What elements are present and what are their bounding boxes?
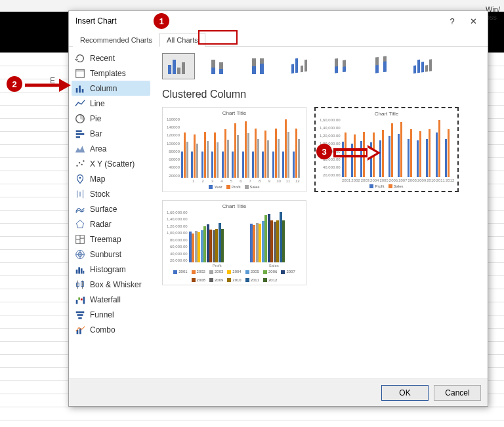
svg-rect-37 xyxy=(83,296,85,304)
stacked-column-icon xyxy=(206,56,232,77)
svg-rect-69 xyxy=(421,62,424,73)
category-column[interactable]: Column xyxy=(72,81,150,96)
subtype-3d-clustered-column[interactable] xyxy=(284,53,317,79)
category-label: Pie xyxy=(90,114,101,123)
category-recent[interactable]: Recent xyxy=(72,51,150,66)
svg-rect-54 xyxy=(260,64,264,74)
callout-3: 3 xyxy=(316,144,332,159)
svg-point-10 xyxy=(79,162,80,163)
category-pie[interactable]: Pie xyxy=(72,111,150,126)
subtype-clustered-column[interactable] xyxy=(162,53,195,79)
pie-icon xyxy=(74,113,86,125)
svg-rect-6 xyxy=(76,130,82,132)
svg-rect-40 xyxy=(78,317,81,319)
chart-previews: Chart Title16000014000012000010000080000… xyxy=(162,107,478,285)
svg-rect-64 xyxy=(375,65,379,73)
stock-icon xyxy=(74,188,86,200)
funnel-icon xyxy=(74,309,86,321)
svg-rect-36 xyxy=(81,298,83,300)
ok-button[interactable]: OK xyxy=(381,385,429,401)
svg-rect-66 xyxy=(383,61,387,72)
chart-category-sidebar: RecentTemplatesColumnLinePieBarAreaX Y (… xyxy=(69,47,153,378)
column-icon xyxy=(74,83,86,94)
clustered-column-icon xyxy=(165,56,192,77)
preview-title: Chart Title xyxy=(222,203,246,209)
svg-rect-27 xyxy=(78,267,80,274)
svg-point-13 xyxy=(79,176,81,178)
callout-2: 2 xyxy=(7,76,22,92)
insert-chart-dialog: Insert Chart ? ✕ Recommended Charts All … xyxy=(68,10,488,407)
category-label: Area xyxy=(90,144,106,153)
svg-rect-58 xyxy=(304,60,307,72)
xy-icon xyxy=(74,158,86,170)
svg-rect-70 xyxy=(425,65,428,72)
preview-title: Chart Title xyxy=(222,110,246,116)
chart-subtype-row xyxy=(162,53,478,79)
chart-preview-1[interactable]: Chart Title16000014000012000010000080000… xyxy=(162,107,306,192)
category-label: Combo xyxy=(90,325,116,335)
category-waterfall[interactable]: Waterfall xyxy=(72,292,150,307)
category-surface[interactable]: Surface xyxy=(72,201,150,216)
category-sunburst[interactable]: Sunburst xyxy=(72,247,150,262)
svg-rect-62 xyxy=(343,66,346,72)
category-label: Treemap xyxy=(90,235,121,244)
category-label: Recent xyxy=(90,54,115,63)
tab-all-charts[interactable]: All Charts xyxy=(159,33,205,47)
svg-rect-55 xyxy=(291,64,294,74)
category-treemap[interactable]: Treemap xyxy=(72,232,150,247)
category-funnel[interactable]: Funnel xyxy=(72,307,150,322)
category-label: Line xyxy=(90,99,105,108)
category-templates[interactable]: Templates xyxy=(72,66,150,81)
category-combo[interactable]: Combo xyxy=(72,322,150,337)
line-icon xyxy=(74,98,86,110)
help-button[interactable]: ? xyxy=(442,12,463,30)
tab-recommended[interactable]: Recommended Charts xyxy=(73,33,159,47)
category-radar[interactable]: Radar xyxy=(72,216,150,232)
cancel-button[interactable]: Cancel xyxy=(434,385,481,401)
chart-subtype-title: Clustered Column xyxy=(162,89,478,100)
histogram-icon xyxy=(74,264,86,275)
category-line[interactable]: Line xyxy=(72,96,150,111)
subtype-3d-column[interactable] xyxy=(406,53,439,79)
svg-rect-67 xyxy=(413,66,416,74)
close-button[interactable]: ✕ xyxy=(463,12,484,30)
category-histogram[interactable]: Histogram xyxy=(72,262,150,277)
subtype-100-stacked-column[interactable] xyxy=(243,53,276,79)
category-map[interactable]: Map xyxy=(72,171,150,186)
category-label: Sunburst xyxy=(90,250,121,259)
treemap-icon xyxy=(74,234,86,245)
category-bar[interactable]: Bar xyxy=(72,126,150,141)
svg-rect-8 xyxy=(76,136,80,138)
category-boxwhisk[interactable]: Box & Whisker xyxy=(72,277,150,292)
svg-rect-56 xyxy=(295,58,298,73)
category-xy[interactable]: X Y (Scatter) xyxy=(72,156,150,171)
surface-icon xyxy=(74,203,86,215)
svg-rect-43 xyxy=(168,65,171,74)
preview-title: Chart Title xyxy=(375,111,398,117)
subtype-3d-stacked-column[interactable] xyxy=(325,53,358,79)
category-area[interactable]: Area xyxy=(72,141,150,156)
svg-rect-35 xyxy=(78,297,80,300)
column-header-e: E xyxy=(50,76,55,85)
3d-clustered-column-icon xyxy=(287,56,314,77)
3d-column-icon xyxy=(410,56,436,77)
dialog-title: Insert Chart xyxy=(75,16,442,26)
svg-rect-57 xyxy=(301,66,303,73)
chart-preview-2[interactable]: Chart Title1,60,000.001,40,000.001,20,00… xyxy=(314,107,459,192)
area-icon xyxy=(74,143,86,155)
category-label: Waterfall xyxy=(90,295,121,304)
category-label: Histogram xyxy=(90,265,126,274)
subtype-stacked-column[interactable] xyxy=(203,53,236,79)
100-stacked-column-icon xyxy=(247,56,273,77)
svg-rect-45 xyxy=(177,68,180,74)
svg-rect-29 xyxy=(83,270,85,274)
category-stock[interactable]: Stock xyxy=(72,186,150,201)
svg-rect-46 xyxy=(182,62,185,74)
svg-rect-52 xyxy=(252,66,256,74)
chart-preview-3[interactable]: Chart Title1,60,000.001,40,000.001,20,00… xyxy=(162,200,306,285)
subtype-3d-100-stacked-column[interactable] xyxy=(366,53,398,79)
combo-icon xyxy=(74,324,86,336)
svg-rect-38 xyxy=(76,311,85,313)
svg-rect-68 xyxy=(417,60,420,73)
svg-marker-17 xyxy=(77,220,84,228)
